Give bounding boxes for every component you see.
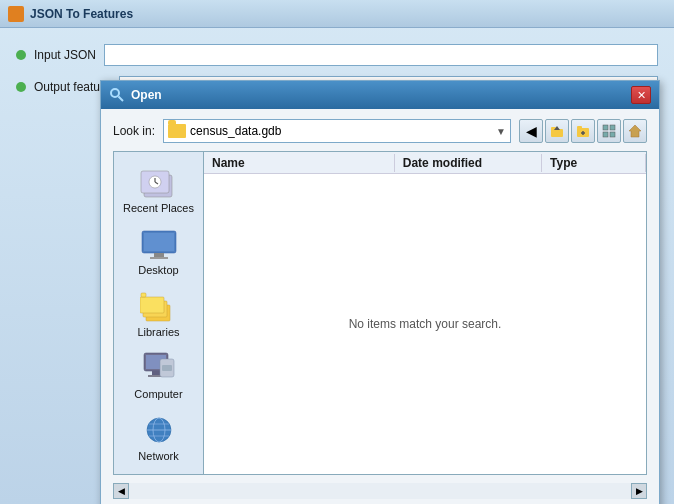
svg-rect-11 [603, 132, 608, 137]
input-json-row: Input JSON [16, 44, 658, 66]
create-folder-button[interactable] [571, 119, 595, 143]
recent-places-icon [139, 164, 179, 200]
up-folder-icon [550, 124, 564, 138]
dialog-title-left: Open [109, 87, 162, 103]
svg-rect-12 [610, 132, 615, 137]
horizontal-scrollbar[interactable]: ◀ ▶ [113, 483, 647, 499]
view-button[interactable] [597, 119, 621, 143]
network-icon [139, 412, 179, 448]
open-dialog: Open ✕ Look in: census_data.gdb ▼ ◀ [100, 80, 660, 504]
lookin-arrow-icon: ▼ [496, 126, 506, 137]
lookin-value: census_data.gdb [190, 124, 492, 138]
computer-label: Computer [134, 388, 182, 400]
svg-rect-9 [603, 125, 608, 130]
input-json-label: Input JSON [34, 48, 96, 62]
libraries-label: Libraries [137, 326, 179, 338]
nav-item-network[interactable]: Network [119, 408, 199, 466]
lookin-label: Look in: [113, 124, 155, 138]
empty-message: No items match your search. [349, 317, 502, 331]
nav-panel: Recent Places Desktop [114, 152, 204, 474]
svg-rect-22 [150, 257, 168, 259]
svg-rect-2 [551, 129, 563, 137]
home-button[interactable] [623, 119, 647, 143]
file-list-area: Name Date modified Type No items match y… [204, 152, 646, 474]
desktop-icon [139, 226, 179, 262]
svg-rect-10 [610, 125, 615, 130]
up-button[interactable] [545, 119, 569, 143]
open-dialog-icon [109, 87, 125, 103]
libraries-icon [139, 288, 179, 324]
app-titlebar: JSON To Features [0, 0, 674, 28]
scroll-right-button[interactable]: ▶ [631, 483, 647, 499]
toolbar-buttons: ◀ [519, 119, 647, 143]
file-list-body: No items match your search. [204, 174, 646, 474]
svg-marker-13 [629, 125, 641, 137]
scroll-track[interactable] [129, 483, 631, 499]
folder-icon [168, 124, 186, 138]
recent-places-label: Recent Places [123, 202, 194, 214]
svg-rect-25 [140, 297, 164, 313]
lookin-dropdown[interactable]: census_data.gdb ▼ [163, 119, 511, 143]
nav-item-computer[interactable]: Computer [119, 346, 199, 404]
input-json-field[interactable] [104, 44, 658, 66]
scroll-left-button[interactable]: ◀ [113, 483, 129, 499]
svg-rect-32 [162, 365, 172, 371]
nav-item-desktop[interactable]: Desktop [119, 222, 199, 280]
svg-rect-21 [154, 253, 164, 257]
svg-rect-26 [141, 293, 146, 297]
svg-rect-20 [144, 233, 174, 251]
app-title: JSON To Features [8, 6, 133, 22]
col-header-name[interactable]: Name [204, 154, 395, 172]
svg-rect-29 [152, 371, 160, 375]
output-dot [16, 82, 26, 92]
view-icon [602, 124, 616, 138]
app-icon [8, 6, 24, 22]
input-dot [16, 50, 26, 60]
app-title-text: JSON To Features [30, 7, 133, 21]
dialog-title-text: Open [131, 88, 162, 102]
file-list-header: Name Date modified Type [204, 152, 646, 174]
computer-icon [139, 350, 179, 386]
svg-line-1 [119, 97, 124, 102]
nav-item-recent-places[interactable]: Recent Places [119, 160, 199, 218]
file-browser-area: Recent Places Desktop [113, 151, 647, 475]
col-header-date[interactable]: Date modified [395, 154, 542, 172]
svg-rect-6 [577, 126, 582, 129]
svg-point-0 [111, 89, 119, 97]
app-background: JSON To Features Input JSON Output featu… [0, 0, 674, 504]
desktop-label: Desktop [138, 264, 178, 276]
back-button[interactable]: ◀ [519, 119, 543, 143]
network-label: Network [138, 450, 178, 462]
nav-item-libraries[interactable]: Libraries [119, 284, 199, 342]
home-icon [628, 124, 642, 138]
dialog-titlebar: Open ✕ [101, 81, 659, 109]
dialog-close-button[interactable]: ✕ [631, 86, 651, 104]
new-folder-icon [576, 124, 590, 138]
lookin-row: Look in: census_data.gdb ▼ ◀ [113, 119, 647, 143]
dialog-body: Look in: census_data.gdb ▼ ◀ [101, 109, 659, 504]
col-header-type[interactable]: Type [542, 154, 646, 172]
